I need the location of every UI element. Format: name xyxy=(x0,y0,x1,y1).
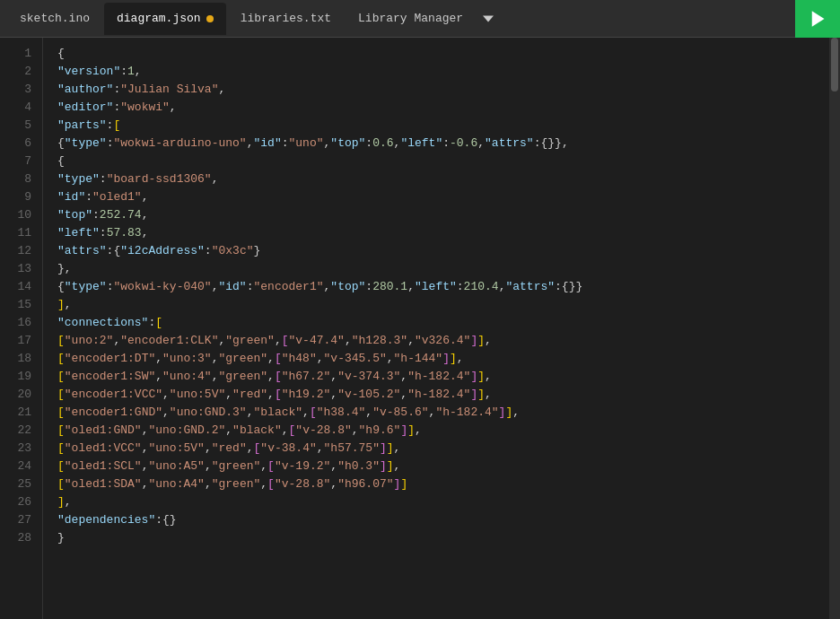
line-number: 26 xyxy=(7,493,31,511)
line-number: 7 xyxy=(7,153,31,170)
line-numbers: 1234567891011121314151617181920212223242… xyxy=(0,38,43,619)
line-number: 4 xyxy=(7,99,31,117)
tab-bar: sketch.ino diagram.json libraries.txt Li… xyxy=(0,0,840,38)
scrollbar-thumb[interactable] xyxy=(831,38,838,92)
line-number: 21 xyxy=(7,404,31,422)
code-line: [ "encoder1:DT", "uno:3", "green", [ "h4… xyxy=(57,350,829,368)
line-number: 15 xyxy=(7,296,31,314)
code-line: [ "encoder1:GND", "uno:GND.3", "black", … xyxy=(57,404,829,422)
code-line: "top": 252.74, xyxy=(57,206,829,224)
tab-sketch[interactable]: sketch.ino xyxy=(7,3,102,35)
tab-diagram[interactable]: diagram.json xyxy=(104,3,226,35)
code-line: "dependencies": {} xyxy=(57,511,829,529)
code-line: "author": "Julian Silva", xyxy=(57,81,829,99)
line-number: 2 xyxy=(7,63,31,81)
line-number: 27 xyxy=(7,511,31,529)
line-number: 11 xyxy=(7,224,31,242)
line-number: 8 xyxy=(7,170,31,188)
code-line: ], xyxy=(57,296,829,314)
code-line: [ "uno:2", "encoder1:CLK", "green", [ "v… xyxy=(57,332,829,350)
code-line: [ "oled1:GND", "uno:GND.2", "black", [ "… xyxy=(57,422,829,440)
code-line: } xyxy=(57,529,829,547)
code-line: "editor": "wokwi", xyxy=(57,99,829,117)
line-number: 28 xyxy=(7,529,31,547)
line-number: 22 xyxy=(7,422,31,440)
line-number: 13 xyxy=(7,260,31,278)
code-line: ], xyxy=(57,493,829,511)
code-line: }, xyxy=(57,260,829,278)
line-number: 14 xyxy=(7,278,31,296)
line-number: 17 xyxy=(7,332,31,350)
code-line: [ "oled1:VCC", "uno:5V", "red", [ "v-38.… xyxy=(57,440,829,458)
code-line: "type": "board-ssd1306", xyxy=(57,170,829,188)
tab-sketch-label: sketch.ino xyxy=(20,12,90,25)
svg-marker-0 xyxy=(483,15,494,22)
play-icon xyxy=(809,10,827,28)
line-number: 6 xyxy=(7,135,31,153)
tab-libmanager-label: Library Manager xyxy=(358,12,463,25)
line-number: 18 xyxy=(7,350,31,368)
editor-area: 1234567891011121314151617181920212223242… xyxy=(0,38,840,619)
code-line: [ "oled1:SDA", "uno:A4", "green", [ "v-2… xyxy=(57,475,829,493)
line-number: 20 xyxy=(7,386,31,404)
code-line: { "type": "wokwi-ky-040", "id": "encoder… xyxy=(57,278,829,296)
tab-diagram-label: diagram.json xyxy=(117,12,201,25)
line-number: 5 xyxy=(7,117,31,135)
line-number: 16 xyxy=(7,314,31,332)
svg-marker-1 xyxy=(812,11,825,27)
tab-libraries-label: libraries.txt xyxy=(241,12,331,25)
line-number: 24 xyxy=(7,458,31,475)
tab-dropdown-button[interactable] xyxy=(477,10,499,28)
code-line: { xyxy=(57,45,829,63)
run-button[interactable] xyxy=(795,0,840,38)
code-content[interactable]: { "version": 1, "author": "Julian Silva"… xyxy=(43,38,829,619)
code-line: "parts": [ xyxy=(57,117,829,135)
code-line: "version": 1, xyxy=(57,63,829,81)
code-line: { "type": "wokwi-arduino-uno", "id": "un… xyxy=(57,135,829,153)
tab-libmanager[interactable]: Library Manager xyxy=(346,3,476,35)
code-line: { xyxy=(57,153,829,170)
code-line: "attrs": { "i2cAddress": "0x3c" } xyxy=(57,242,829,260)
scrollbar-track[interactable] xyxy=(829,38,840,619)
code-line: "left": 57.83, xyxy=(57,224,829,242)
chevron-down-icon xyxy=(483,13,494,24)
code-line: [ "encoder1:VCC", "uno:5V", "red", [ "h1… xyxy=(57,386,829,404)
code-line: "connections": [ xyxy=(57,314,829,332)
line-number: 25 xyxy=(7,475,31,493)
line-number: 12 xyxy=(7,242,31,260)
line-number: 1 xyxy=(7,45,31,63)
tab-modified-dot xyxy=(206,15,214,22)
line-number: 10 xyxy=(7,206,31,224)
line-number: 23 xyxy=(7,440,31,458)
line-number: 9 xyxy=(7,188,31,206)
line-number: 19 xyxy=(7,368,31,386)
code-line: [ "oled1:SCL", "uno:A5", "green", [ "v-1… xyxy=(57,458,829,475)
code-line: "id": "oled1", xyxy=(57,188,829,206)
tab-libraries[interactable]: libraries.txt xyxy=(228,3,344,35)
code-line: [ "encoder1:SW", "uno:4", "green", [ "h6… xyxy=(57,368,829,386)
line-number: 3 xyxy=(7,81,31,99)
